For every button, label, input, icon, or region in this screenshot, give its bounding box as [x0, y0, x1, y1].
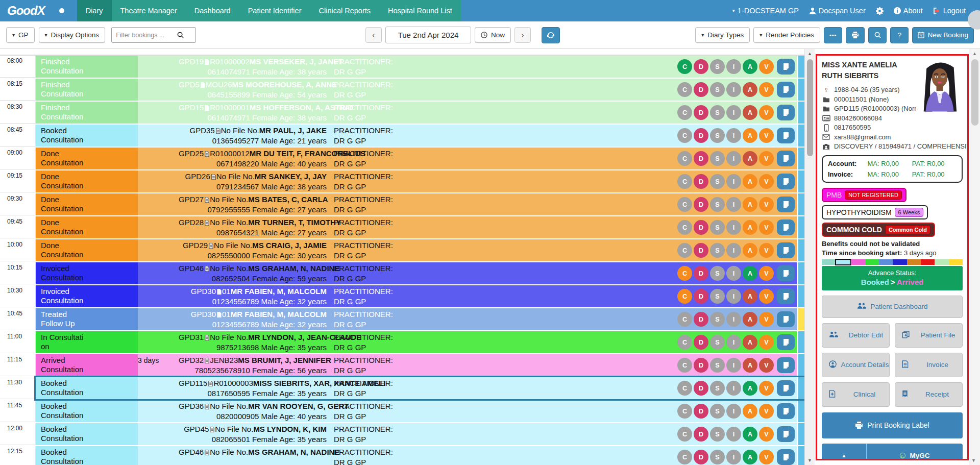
logout-button[interactable]: Logout	[933, 7, 966, 15]
nav-item-diary[interactable]: Diary	[77, 0, 112, 21]
booking[interactable]: FinishedConsultation GPD5MOU26MS MOOREHO…	[36, 79, 804, 101]
a-action-button[interactable]: A	[743, 381, 757, 396]
date-field[interactable]: Tue 2nd Apr 2024	[385, 27, 471, 43]
booking[interactable]: FinishedConsultation GPD19R01000002MS VE…	[36, 56, 804, 78]
d-action-button[interactable]: D	[694, 312, 708, 327]
booking[interactable]: DoneConsultation GPD25R01000012MR DU TEI…	[36, 148, 804, 169]
c-action-button[interactable]: C	[677, 312, 692, 327]
i-action-button[interactable]: I	[726, 151, 741, 166]
v-action-button[interactable]: V	[759, 105, 774, 120]
s-action-button[interactable]: S	[710, 128, 725, 143]
nav-item-patient-identifier[interactable]: Patient Identifier	[239, 0, 310, 21]
v-action-button[interactable]: V	[759, 358, 774, 373]
s-action-button[interactable]: S	[710, 450, 725, 464]
v-action-button[interactable]: V	[759, 404, 774, 419]
next-day-button[interactable]: ›	[514, 27, 531, 43]
i-action-button[interactable]: I	[726, 266, 741, 281]
booking[interactable]: InvoicedConsultation GPD46No File No.MS …	[36, 262, 804, 284]
note-button[interactable]	[777, 197, 795, 212]
i-action-button[interactable]: I	[726, 289, 741, 304]
status-strip-segment[interactable]	[893, 259, 906, 265]
s-action-button[interactable]: S	[710, 427, 725, 442]
status-strip-segment[interactable]	[907, 259, 921, 265]
note-button[interactable]	[777, 311, 795, 327]
scrollbar-thumb[interactable]	[807, 59, 813, 156]
d-action-button[interactable]: D	[694, 59, 708, 74]
i-action-button[interactable]: I	[726, 243, 741, 258]
i-action-button[interactable]: I	[726, 59, 741, 74]
v-action-button[interactable]: V	[759, 450, 774, 464]
booking[interactable]: BookedConsultation GPD35No File No.MR PA…	[36, 125, 804, 146]
s-action-button[interactable]: S	[710, 59, 725, 74]
a-action-button[interactable]: A	[743, 220, 757, 235]
s-action-button[interactable]: S	[710, 266, 725, 281]
booking[interactable]: InvoicedConsultation GPD3001MR FABIEN, M…	[36, 285, 804, 307]
s-action-button[interactable]: S	[710, 335, 725, 350]
page-scrollbar[interactable]: ▲ ▼	[969, 49, 980, 465]
note-button[interactable]	[777, 105, 795, 120]
c-action-button[interactable]: C	[677, 59, 692, 74]
user-menu[interactable]: Docspan User	[809, 7, 866, 15]
v-action-button[interactable]: V	[759, 243, 774, 258]
a-action-button[interactable]: A	[743, 266, 757, 281]
i-action-button[interactable]: I	[726, 312, 741, 327]
receipt-button[interactable]: Receipt	[895, 382, 963, 407]
d-action-button[interactable]: D	[694, 243, 708, 258]
s-action-button[interactable]: S	[710, 404, 725, 419]
diary-row[interactable]: 10:45 TreatedFollow Up GPD3001MR FABIEN,…	[0, 308, 804, 330]
filter-bookings-input[interactable]	[116, 32, 177, 39]
c-action-button[interactable]: C	[677, 381, 692, 396]
c-action-button[interactable]: C	[677, 335, 692, 350]
i-action-button[interactable]: I	[726, 450, 741, 464]
condition-chip[interactable]: COMMON COLDCommon Cold	[822, 223, 935, 237]
status-strip-segment[interactable]	[879, 259, 893, 265]
a-action-button[interactable]: A	[743, 289, 757, 304]
booking[interactable]: BookedConsultation GPD45No File No.MS LY…	[36, 423, 804, 445]
d-action-button[interactable]: D	[694, 151, 708, 166]
v-action-button[interactable]: V	[759, 59, 774, 74]
note-button[interactable]	[777, 82, 795, 97]
c-action-button[interactable]: C	[677, 266, 692, 281]
refresh-button[interactable]	[542, 27, 560, 43]
i-action-button[interactable]: I	[726, 105, 741, 120]
v-action-button[interactable]: V	[759, 128, 774, 143]
diary-row[interactable]: 12:00 BookedConsultation GPD45No File No…	[0, 423, 804, 445]
v-action-button[interactable]: V	[759, 289, 774, 304]
diary-row[interactable]: 08:30 FinishedConsultation GPD15R0100000…	[0, 102, 804, 124]
note-button[interactable]	[777, 242, 795, 258]
note-button[interactable]	[777, 288, 795, 304]
debtor-edit-button[interactable]: Debtor Edit	[822, 323, 890, 348]
c-action-button[interactable]: C	[677, 105, 692, 120]
about-button[interactable]: About	[894, 7, 923, 15]
scrollbar-thumb[interactable]	[971, 59, 978, 126]
note-button[interactable]	[777, 151, 795, 166]
c-action-button[interactable]: C	[677, 243, 692, 258]
booking[interactable]: DoneConsultation GPD27No File No.MS BATE…	[36, 193, 804, 215]
settings-button[interactable]	[876, 7, 884, 15]
now-button[interactable]: Now	[475, 27, 511, 43]
a-action-button[interactable]: A	[743, 82, 757, 97]
c-action-button[interactable]: C	[677, 427, 692, 442]
i-action-button[interactable]: I	[726, 174, 741, 189]
s-action-button[interactable]: S	[710, 312, 725, 327]
s-action-button[interactable]: S	[710, 151, 725, 166]
i-action-button[interactable]: I	[726, 404, 741, 419]
i-action-button[interactable]: I	[726, 381, 741, 396]
status-strip-segment[interactable]	[822, 259, 836, 265]
note-button[interactable]	[777, 265, 795, 281]
c-action-button[interactable]: C	[677, 151, 692, 166]
print-booking-label-button[interactable]: Print Booking Label	[822, 412, 963, 438]
s-action-button[interactable]: S	[710, 243, 725, 258]
v-action-button[interactable]: V	[759, 312, 774, 327]
a-action-button[interactable]: A	[743, 358, 757, 373]
d-action-button[interactable]: D	[694, 174, 708, 189]
v-action-button[interactable]: V	[759, 174, 774, 189]
note-button[interactable]	[777, 380, 795, 396]
booking[interactable]: BookedConsultation GPD36No File No.MR VA…	[36, 400, 804, 422]
c-action-button[interactable]: C	[677, 404, 692, 419]
scroll-up-icon[interactable]: ▲	[969, 49, 980, 56]
booking[interactable]: In Consultation GPD31No File No.MR LYNDO…	[36, 331, 804, 353]
i-action-button[interactable]: I	[726, 128, 741, 143]
d-action-button[interactable]: D	[694, 197, 708, 212]
booking[interactable]: BookedConsultation GPD115R01000003MISS S…	[36, 377, 804, 399]
